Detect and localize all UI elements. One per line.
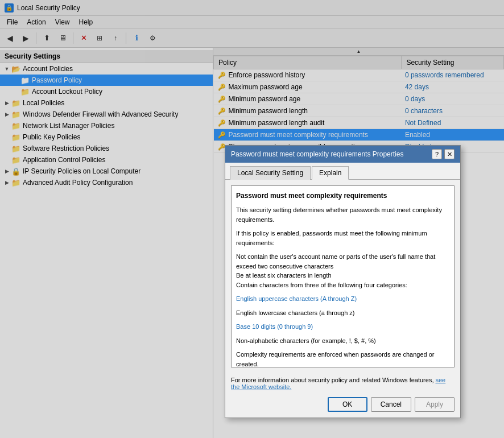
- cancel-button[interactable]: Cancel: [371, 397, 411, 412]
- tab-explain[interactable]: Explain: [312, 166, 349, 180]
- textbox-para-7: Non-alphabetic characters (for example, …: [236, 336, 449, 346]
- dialog-help-button[interactable]: ?: [432, 149, 442, 159]
- dialog-controls: ? ✕: [432, 149, 455, 159]
- textbox-title: Password must meet complexity requiremen…: [236, 191, 449, 201]
- dialog-content: Password must meet complexity requiremen…: [225, 180, 460, 373]
- dialog-title: Password must meet complexity requiremen…: [231, 150, 403, 158]
- textbox-para-2: If this policy is enabled, passwords mus…: [236, 229, 449, 247]
- dialog-textbox[interactable]: Password must meet complexity requiremen…: [231, 185, 455, 367]
- apply-button[interactable]: Apply: [415, 397, 455, 412]
- dialog-footer: For more information about security poli…: [225, 373, 460, 394]
- textbox-para-5: English lowercase characters (a through …: [236, 308, 449, 318]
- textbox-para-3: Not contain the user's account name or p…: [236, 252, 449, 290]
- properties-dialog: Password must meet complexity requiremen…: [225, 145, 461, 418]
- dialog-titlebar: Password must meet complexity requiremen…: [225, 146, 460, 163]
- dialog-close-button[interactable]: ✕: [444, 149, 455, 159]
- footer-text: For more information about security poli…: [231, 377, 436, 383]
- dialog-tabs: Local Security Setting Explain: [225, 166, 460, 180]
- textbox-para-8: Complexity requirements are enforced whe…: [236, 350, 449, 367]
- dialog-overlay: Password must meet complexity requiremen…: [0, 0, 504, 438]
- dialog-buttons: OK Cancel Apply: [225, 394, 460, 418]
- textbox-para-4: English uppercase characters (A through …: [236, 294, 449, 304]
- textbox-para-1: This security setting determines whether…: [236, 205, 449, 224]
- tab-local-security-setting[interactable]: Local Security Setting: [230, 166, 311, 180]
- textbox-para-6: Base 10 digits (0 through 9): [236, 322, 449, 332]
- ok-button[interactable]: OK: [328, 397, 367, 412]
